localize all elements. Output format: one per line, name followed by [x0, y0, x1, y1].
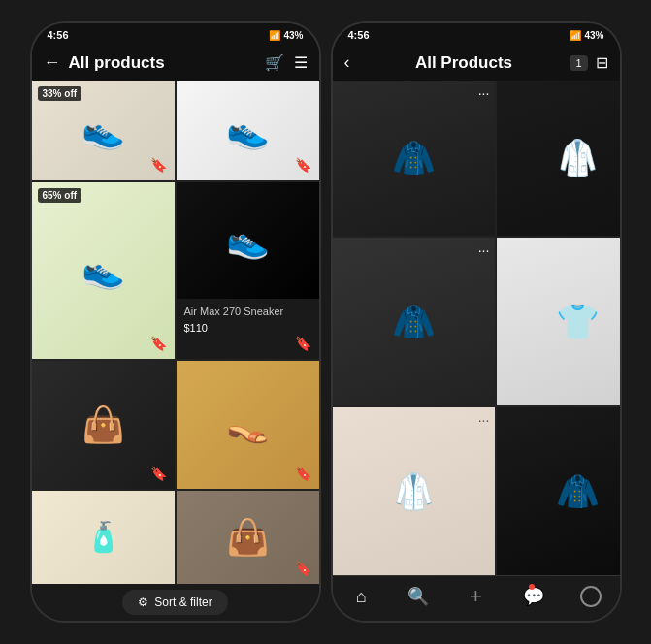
product-list-card[interactable]: 👕 ··· $139.99 Men's Starter White Atlant… [497, 238, 619, 405]
product-name: Air Max 270 Sneaker [184, 305, 311, 318]
filter-icon[interactable]: ⊟ [596, 53, 608, 72]
bookmark-icon[interactable]: 🔖 [295, 336, 311, 351]
product-card[interactable]: 👡 Geometric Sandal $169.95 🔖 [177, 361, 319, 489]
product-card[interactable]: 👟 Air Max 270 Sneaker $110 🔖 [177, 182, 319, 358]
back-button-left[interactable]: ← [44, 52, 61, 73]
phone2-header: ‹ All Products 1 ⊟ [333, 45, 620, 80]
product-image: 👕 [497, 238, 619, 405]
count-badge: 1 [570, 55, 587, 71]
bookmark-icon[interactable]: 🔖 [295, 157, 311, 173]
back-button-right[interactable]: ‹ [344, 52, 350, 73]
product-grid: 👟 33% off 574 Classic Sneaker $60.29 $89… [32, 80, 319, 584]
bookmark-icon[interactable]: 🔖 [150, 466, 167, 481]
home-icon: ⌂ [356, 587, 367, 607]
product-image: 🧥 [497, 407, 619, 575]
product-card[interactable]: 👟 33% off 574 Classic Sneaker $60.29 $89… [32, 80, 175, 180]
bottom-bar: ⚙ Sort & filter [32, 584, 319, 621]
product-card[interactable]: 👜 ...hot Bag 🔖 [177, 491, 319, 584]
more-button[interactable]: ··· [478, 86, 490, 100]
time-left: 4:56 [48, 29, 69, 41]
bookmark-icon[interactable]: 🔖 [150, 336, 167, 351]
nav-add[interactable]: + [447, 584, 505, 609]
nav-home[interactable]: ⌂ [333, 584, 390, 609]
product-price: $110 [184, 322, 311, 334]
product-list-card[interactable]: 🧥 ··· $219.00 Outdoor Research Women's .… [497, 407, 619, 575]
phone-left: 4:56 📶 43% ← All products 🛒 ☰ 👟 33% off … [30, 21, 321, 623]
page-title-left: All products [69, 53, 265, 73]
sort-filter-label: Sort & filter [154, 596, 212, 609]
page-title-right: All Products [358, 53, 570, 73]
product-list-grid: 🧥 ··· $59.99 Men's Fanatics Branded Blac… [333, 80, 620, 575]
product-image: 🥼 [497, 80, 619, 236]
cart-icon[interactable]: 🛒 [265, 53, 284, 72]
menu-icon[interactable]: ☰ [294, 53, 308, 72]
status-bar-left: 4:56 📶 43% [32, 23, 319, 45]
product-list-card[interactable]: 🧥 ··· $59.99 Men's Fanatics Branded Blac… [333, 80, 496, 236]
product-card[interactable]: 🧴 Replica Coffee Break F... $32 [32, 491, 175, 584]
product-card[interactable]: 👟 Classic Checker Slip-On $37.95 🔖 [177, 80, 319, 180]
nav-search[interactable]: 🔍 [390, 584, 447, 609]
nav-profile[interactable] [562, 584, 619, 609]
search-icon: 🔍 [407, 586, 429, 607]
bookmark-icon[interactable]: 🔖 [295, 561, 311, 576]
status-icons-right: 📶 43% [570, 30, 603, 41]
phone-right: 4:56 📶 43% ‹ All Products 1 ⊟ 🧥 ··· $59.… [331, 21, 622, 623]
product-image: 🥼 [333, 407, 496, 575]
product-card[interactable]: 👟 65% off Air Zoom Fire Running Shoe $38… [32, 182, 175, 358]
time-right: 4:56 [348, 29, 370, 41]
status-bar-right: 4:56 📶 43% [333, 23, 620, 45]
sort-icon: ⚙ [138, 596, 148, 609]
sort-filter-button[interactable]: ⚙ Sort & filter [122, 590, 227, 615]
add-icon: + [470, 584, 482, 609]
product-list-card[interactable]: 🥼 ··· $99.90 $180.00 Bernardo Mixed Medi… [333, 407, 496, 575]
product-image: 👟 [32, 182, 175, 358]
status-icons-left: 📶 43% [269, 30, 303, 41]
header-icons-left: 🛒 ☰ [265, 53, 308, 72]
discount-badge: 33% off [38, 86, 82, 101]
product-image: 🧴 [32, 491, 175, 584]
discount-badge: 65% off [38, 188, 82, 203]
product-list-card[interactable]: 🧥 ··· $395.00 Barbour Beadnell Waxed Cot… [333, 238, 496, 405]
product-card[interactable]: 👜 Monogram Pebbled Leather Envelope Card… [32, 361, 175, 489]
bookmark-icon[interactable]: 🔖 [295, 466, 311, 481]
profile-icon [580, 586, 602, 607]
phone1-header: ← All products 🛒 ☰ [32, 45, 319, 80]
product-image: 🧥 [333, 80, 496, 236]
product-list-card[interactable]: 🥼 ··· $69.99 Women's Colosseum Black F..… [497, 80, 619, 236]
product-image: 🧥 [333, 238, 496, 405]
bottom-nav: ⌂ 🔍 + 💬 [333, 575, 620, 621]
more-button[interactable]: ··· [478, 413, 490, 427]
bookmark-icon[interactable]: 🔖 [150, 157, 167, 173]
more-button[interactable]: ··· [478, 243, 490, 257]
product-image: 👟 [177, 182, 319, 299]
nav-chat[interactable]: 💬 [505, 584, 562, 609]
